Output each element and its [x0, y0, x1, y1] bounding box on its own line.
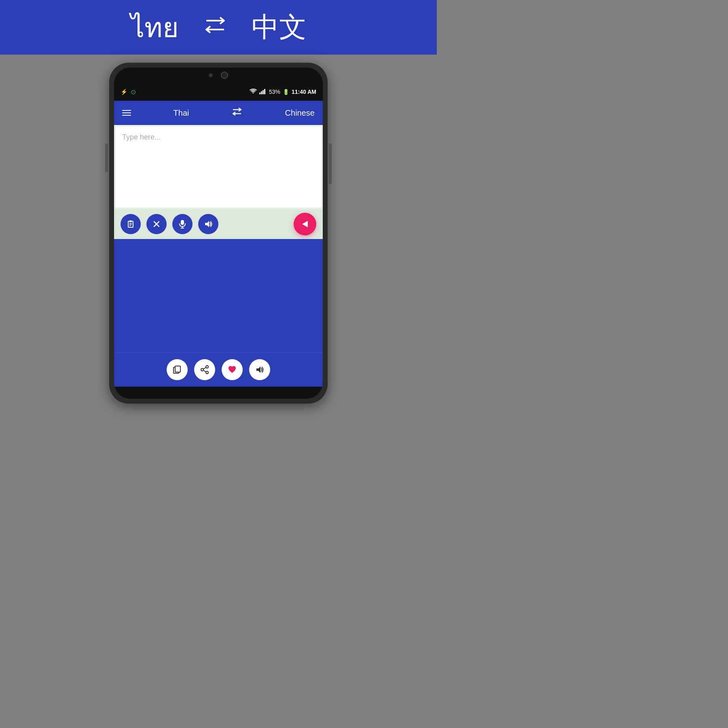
usb-icon: ⚡	[121, 89, 127, 95]
wifi-icon	[250, 89, 257, 95]
svg-line-22	[203, 370, 206, 372]
svg-marker-15	[302, 221, 308, 227]
bottom-buttons-row	[114, 352, 323, 387]
svg-rect-0	[259, 93, 260, 94]
speaker-button[interactable]	[198, 214, 218, 234]
favorite-button[interactable]	[222, 359, 243, 380]
speaker-bottom-button[interactable]	[249, 359, 270, 380]
text-input-box[interactable]: Type here...	[116, 127, 321, 207]
clear-button[interactable]	[146, 214, 167, 234]
svg-rect-3	[264, 89, 265, 94]
svg-marker-23	[256, 366, 260, 373]
camera-dot	[209, 73, 213, 77]
input-area: Type here...	[114, 125, 323, 209]
signal-icon	[259, 89, 267, 95]
svg-rect-5	[129, 220, 132, 222]
svg-point-20	[206, 371, 208, 374]
phone-wrapper: ⚡ ⊙	[109, 55, 328, 437]
svg-rect-1	[261, 91, 262, 94]
banner-swap-icon[interactable]	[203, 15, 227, 40]
status-right-info: 53% 🔋 11:40 AM	[250, 89, 316, 95]
battery-text: 53%	[269, 89, 280, 95]
banner-target-lang: 中文	[252, 9, 307, 46]
time-display: 11:40 AM	[292, 89, 316, 95]
svg-rect-17	[175, 366, 180, 372]
svg-marker-14	[205, 221, 209, 227]
svg-point-19	[201, 368, 203, 371]
banner-source-lang: ไทย	[131, 6, 179, 49]
top-banner: ไทย 中文	[0, 0, 437, 55]
app-icon: ⊙	[131, 88, 136, 96]
svg-rect-2	[262, 90, 264, 94]
clipboard-button[interactable]	[121, 214, 141, 234]
phone-device: ⚡ ⊙	[109, 63, 328, 404]
svg-rect-11	[181, 220, 184, 225]
phone-screen: ⚡ ⊙	[114, 68, 323, 399]
input-placeholder: Type here...	[122, 133, 161, 141]
header-swap-icon[interactable]	[231, 107, 243, 119]
status-bar: ⚡ ⊙	[114, 83, 323, 101]
svg-point-18	[206, 366, 208, 368]
action-buttons-row	[114, 209, 323, 239]
microphone-button[interactable]	[172, 214, 193, 234]
status-left-icons: ⚡ ⊙	[121, 88, 136, 96]
copy-bottom-button[interactable]	[167, 359, 188, 380]
hamburger-menu[interactable]	[122, 110, 131, 116]
share-button[interactable]	[194, 359, 215, 380]
output-area	[114, 239, 323, 352]
phone-bottom-bar	[114, 387, 323, 399]
camera-lens	[221, 72, 228, 79]
header-target-lang[interactable]: Chinese	[285, 108, 315, 118]
header-source-lang[interactable]: Thai	[174, 108, 189, 118]
phone-top-bar	[114, 68, 323, 83]
svg-line-21	[203, 368, 206, 369]
app-header: Thai Chinese	[114, 101, 323, 125]
translate-button[interactable]	[294, 213, 316, 235]
battery-icon: 🔋	[283, 89, 289, 95]
